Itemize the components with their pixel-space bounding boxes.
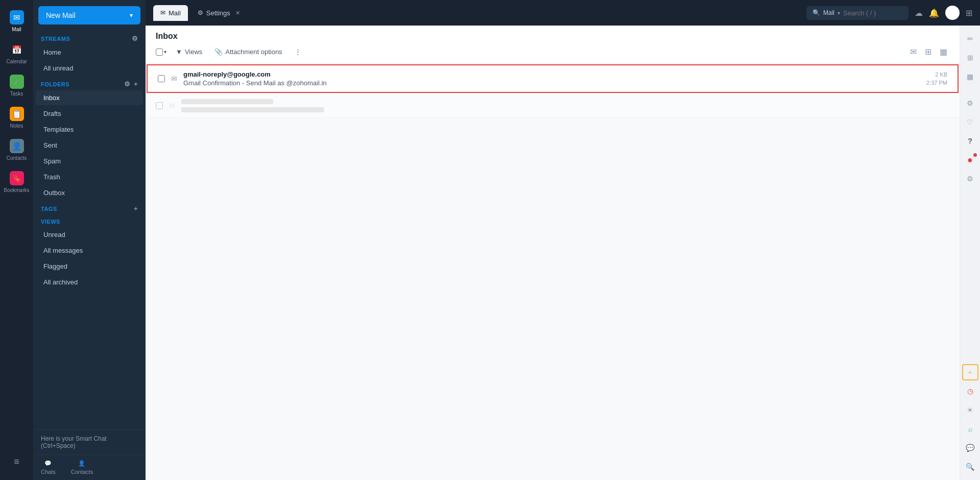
email-checkbox[interactable] [158,75,165,82]
sidebar-item-all-archived[interactable]: All archived [36,275,143,290]
right-notification-icon[interactable]: ● [962,152,978,168]
user-avatar[interactable] [945,6,960,20]
settings-tab-label: Settings [206,9,230,17]
smart-chat-bar[interactable]: Here is your Smart Chat (Ctrl+Space) [33,429,146,454]
right-table-icon[interactable]: ▦ [962,68,978,85]
bell-icon[interactable]: 🔔 [929,8,939,18]
right-heart-icon[interactable]: ♡ [962,114,978,130]
all-messages-label: All messages [43,247,83,254]
sidebar-item-unread[interactable]: Unread [36,227,143,242]
search-bar[interactable]: 🔍 Mail ▾ [806,6,909,20]
compose-view-icon[interactable]: ✉ [908,45,919,59]
select-all-checkbox[interactable] [156,49,163,56]
sidebar-item-all-unread[interactable]: All unread [36,61,143,76]
nav-item-mail[interactable]: ✉ Mail [0,5,33,37]
tab-mail[interactable]: ✉ Mail [153,5,188,21]
cloud-icon[interactable]: ☁ [915,8,923,18]
new-mail-button[interactable]: New Mail ▾ [38,6,140,25]
toolbar-right-icons: ✉ ⊞ ▦ [908,45,949,59]
views-label: VIEWS [41,219,60,225]
search-scope-label: Mail [823,9,834,16]
sent-label: Sent [43,141,57,149]
views-label: Views [185,48,202,56]
right-add-icon[interactable]: + [962,364,978,380]
right-settings-icon[interactable]: ⚙ [962,95,978,111]
email-item[interactable]: ✉ gmail-noreply@google.com Gmail Confirm… [147,64,959,93]
sidebar-item-flagged[interactable]: Flagged [36,259,143,274]
sidebar-item-all-messages[interactable]: All messages [36,243,143,258]
flagged-label: Flagged [43,262,67,270]
topbar: ✉ Mail ⚙ Settings ✕ 🔍 Mail ▾ ☁ 🔔 ⊞ [146,0,980,26]
new-mail-chevron-icon: ▾ [130,12,133,19]
mail-tab-icon: ✉ [160,9,165,16]
settings-tab-close-icon[interactable]: ✕ [235,10,240,16]
contacts-bottom-icon: 👤 [78,460,85,467]
full-view-icon[interactable]: ▦ [938,45,949,59]
contacts-nav-icon: 👤 [10,139,24,153]
nav-item-contacts[interactable]: 👤 Contacts [0,134,33,166]
sidebar-item-trash[interactable]: Trash [36,170,143,184]
apps-icon[interactable]: ⊞ [966,8,972,18]
sidebar-item-outbox[interactable]: Outbox [36,185,143,200]
views-button[interactable]: ▼ Views [173,46,205,58]
chats-label: Chats [41,469,56,475]
views-section-header: VIEWS [33,214,146,227]
calendar-nav-label: Calendar [6,59,27,64]
streams-settings-icon[interactable]: ⚙ [132,35,138,42]
select-all-chevron[interactable]: ▾ [164,49,166,55]
select-all-checkbox-wrapper: ▾ [156,49,166,56]
blurred-email-item: ✉ [146,94,960,118]
search-scope-icon: 🔍 [812,9,820,16]
email-content-area: Inbox ▾ ▼ Views 📎 Attachment options [146,26,960,480]
right-theme-icon[interactable]: ☀ [962,402,978,418]
sidebar-item-drafts[interactable]: Drafts [36,106,143,121]
folders-settings-icon[interactable]: ⚙ [124,80,131,88]
chats-bottom-item[interactable]: 💬 Chats [41,460,56,475]
right-clock-icon[interactable]: ◷ [962,383,978,399]
nav-item-tasks[interactable]: ✓ Tasks [0,69,33,102]
more-options-button[interactable]: ⋮ [292,46,304,58]
more-icon: ⋮ [295,48,301,56]
contacts-bottom-label: Contacts [71,469,93,475]
icon-nav: ✉ Mail 📅 Calendar ✓ Tasks 📋 Notes 👤 Cont… [0,0,33,480]
views-filter-icon: ▼ [176,48,182,56]
main-wrapper: ✉ Mail ⚙ Settings ✕ 🔍 Mail ▾ ☁ 🔔 ⊞ [146,0,980,480]
tags-add-icon[interactable]: + [134,205,138,212]
attachment-options-button[interactable]: 📎 Attachment options [211,46,285,58]
home-label: Home [43,49,61,56]
sidebar-item-sent[interactable]: Sent [36,138,143,153]
streams-section-header: STREAMS ⚙ [33,31,146,44]
collapse-icon: ≡ [14,457,19,467]
collapse-nav-btn[interactable]: ≡ [0,451,33,472]
streams-actions: ⚙ [132,35,138,42]
nav-item-calendar[interactable]: 📅 Calendar [0,37,33,69]
contacts-bottom-item[interactable]: 👤 Contacts [71,460,93,475]
notes-nav-label: Notes [10,123,23,129]
chats-icon: 💬 [44,460,52,467]
toolbar: ▾ ▼ Views 📎 Attachment options ⋮ [156,45,949,59]
nav-item-notes[interactable]: 📋 Notes [0,102,33,134]
right-search2-icon[interactable]: 🔍 [962,459,978,475]
right-help-icon[interactable]: ? [962,133,978,149]
right-search-icon[interactable]: ⌕ [962,421,978,437]
search-input[interactable] [843,9,915,17]
all-unread-label: All unread [43,64,74,72]
mail-nav-icon: ✉ [10,10,24,25]
sidebar-item-spam[interactable]: Spam [36,154,143,169]
right-settings2-icon[interactable]: ⚙ [962,171,978,187]
tags-actions: + [134,205,138,212]
tab-settings[interactable]: ⚙ Settings ✕ [190,5,247,21]
sidebar-bottom: 💬 Chats 👤 Contacts [33,454,146,480]
folders-add-icon[interactable]: + [134,80,138,88]
sidebar-item-inbox[interactable]: Inbox [36,90,143,105]
split-view-icon[interactable]: ⊞ [923,45,934,59]
nav-item-bookmarks[interactable]: 🔖 Bookmarks [0,166,33,198]
email-envelope-icon: ✉ [171,75,177,83]
right-chat-icon[interactable]: 💬 [962,440,978,456]
tags-section-header: TAGS + [33,201,146,214]
right-compose-icon[interactable]: ✏ [962,31,978,47]
right-grid-icon[interactable]: ⊞ [962,50,978,66]
calendar-nav-icon: 📅 [10,42,24,57]
sidebar-item-home[interactable]: Home [36,45,143,60]
sidebar-item-templates[interactable]: Templates [36,122,143,137]
